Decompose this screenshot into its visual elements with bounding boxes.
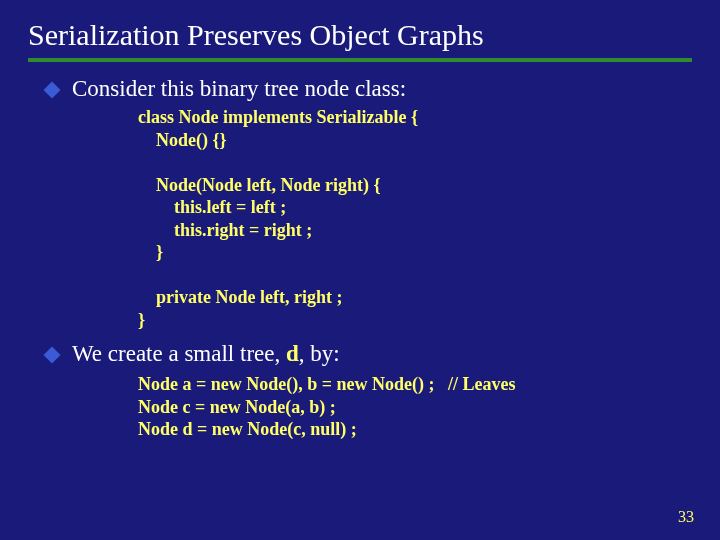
code-line: Node(Node left, Node right) { [138, 175, 381, 195]
code-line: this.right = right ; [138, 220, 312, 240]
bullet-2-pre: We create a small tree, [72, 341, 286, 366]
slide: Serialization Preserves Object Graphs Co… [0, 0, 720, 540]
code-line: Node a = new Node(), b = new Node() ; [138, 374, 448, 394]
bullet-2-var: d [286, 341, 299, 366]
bullet-2-text: We create a small tree, d, by: [72, 341, 340, 367]
code-line: } [138, 242, 163, 262]
code-line: class Node implements Serializable { [138, 107, 418, 127]
diamond-icon [44, 347, 61, 364]
title-rule [28, 58, 692, 62]
page-number: 33 [678, 508, 694, 526]
code-comment: // Leaves [448, 374, 516, 394]
bullet-1: Consider this binary tree node class: [46, 76, 692, 102]
code-line: Node d = new Node(c, null) ; [138, 419, 357, 439]
code-line: Node() {} [138, 130, 227, 150]
bullet-1-text: Consider this binary tree node class: [72, 76, 406, 102]
bullet-2: We create a small tree, d, by: [46, 341, 692, 367]
code-line: } [138, 310, 145, 330]
slide-title: Serialization Preserves Object Graphs [28, 18, 692, 52]
code-line: private Node left, right ; [138, 287, 342, 307]
diamond-icon [44, 82, 61, 99]
bullet-2-post: , by: [299, 341, 340, 366]
code-block-1: class Node implements Serializable { Nod… [138, 106, 692, 331]
code-block-2: Node a = new Node(), b = new Node() ; //… [138, 373, 692, 441]
code-line: Node c = new Node(a, b) ; [138, 397, 336, 417]
code-line: this.left = left ; [138, 197, 286, 217]
